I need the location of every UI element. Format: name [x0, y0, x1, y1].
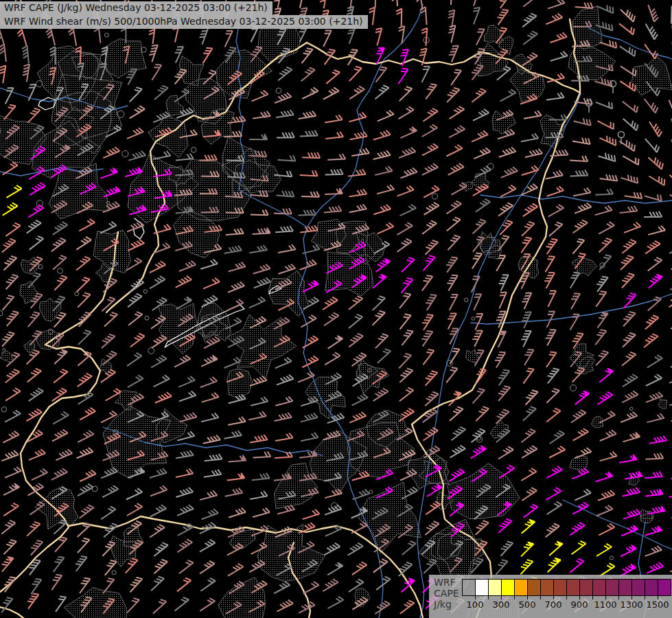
- legend-cell: [645, 579, 658, 596]
- legend-model-label: WRF: [434, 577, 459, 588]
- legend-cell: [475, 579, 489, 596]
- legend-tick-value: 300: [493, 599, 510, 610]
- legend-cell: [488, 579, 502, 596]
- cape-legend: WRF CAPE J/kg 10030050070090011001300150…: [429, 575, 672, 618]
- legend-tick-value: 100: [467, 599, 484, 610]
- legend-param-label: CAPE: [434, 588, 459, 599]
- legend-cell: [632, 579, 645, 596]
- legend-cell: [540, 579, 554, 596]
- legend-cell: [501, 579, 515, 596]
- title-bar: WRF CAPE (J/kg) Wednesday 03-12-2025 03:…: [0, 1, 368, 29]
- map-canvas: [0, 0, 672, 618]
- legend-cell: [514, 579, 528, 596]
- legend-cell: [566, 579, 580, 596]
- legend-tick-value: 1100: [594, 599, 616, 610]
- legend-tick-labels: 100300500700900110013001500: [462, 599, 672, 610]
- legend-tick-value: 900: [571, 599, 588, 610]
- legend-cell: [592, 579, 606, 596]
- title-line-cape: WRF CAPE (J/kg) Wednesday 03-12-2025 03:…: [0, 1, 273, 15]
- legend-cell: [527, 579, 541, 596]
- legend-tick-value: 700: [545, 599, 562, 610]
- legend-cell: [462, 579, 476, 596]
- legend-cell: [579, 579, 593, 596]
- legend-labels: WRF CAPE J/kg: [434, 577, 459, 610]
- wrf-forecast-map: WRF CAPE (J/kg) Wednesday 03-12-2025 03:…: [0, 0, 672, 618]
- title-cape-text: WRF CAPE (J/kg) Wednesday 03-12-2025 03:…: [4, 2, 268, 13]
- legend-cell: [618, 579, 632, 596]
- legend-colorbar: [462, 579, 672, 596]
- legend-tick-value: 500: [519, 599, 536, 610]
- legend-tick-value: 1500: [646, 599, 669, 610]
- title-line-shear: WRF Wind shear (m/s) 500/1000hPa Wednesd…: [0, 15, 368, 29]
- legend-cell: [605, 579, 619, 596]
- legend-tick-value: 1300: [620, 599, 642, 610]
- legend-unit-label: J/kg: [434, 599, 459, 610]
- legend-cell: [658, 579, 671, 596]
- legend-cell: [553, 579, 567, 596]
- title-shear-text: WRF Wind shear (m/s) 500/1000hPa Wednesd…: [4, 16, 363, 27]
